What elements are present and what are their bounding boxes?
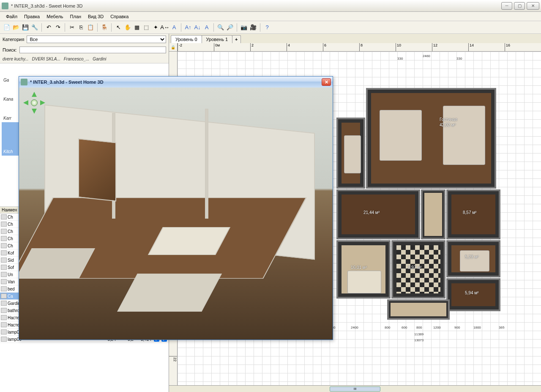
paste-icon[interactable]: 📋: [86, 23, 95, 32]
toolbar-separator: [213, 23, 214, 32]
toolbar-separator: [41, 23, 42, 32]
furniture-thumb-icon: [1, 250, 7, 255]
copy-icon[interactable]: ⎘: [77, 23, 85, 32]
maximize-button[interactable]: ▢: [514, 2, 525, 10]
dimension-label: 1200: [433, 326, 441, 329]
zoom-out-icon[interactable]: 🔎: [226, 23, 234, 32]
level-tab-add[interactable]: +: [232, 35, 240, 43]
ruler-tick: 14: [468, 43, 474, 51]
text-tool-icon[interactable]: A: [170, 23, 178, 32]
nav-down-icon[interactable]: [32, 109, 37, 114]
menu-file[interactable]: Файл: [3, 13, 21, 20]
furniture-bed[interactable]: [460, 250, 489, 271]
dimension-label: 13073: [414, 338, 424, 342]
photo-icon[interactable]: 📷: [240, 23, 248, 32]
furniture-sofa-group[interactable]: [443, 106, 485, 165]
furniture-thumb-icon: [1, 329, 7, 334]
new-icon[interactable]: 📄: [3, 23, 11, 32]
horizontal-ruler: 🔒 -20м246810121416: [169, 43, 541, 52]
toolbar-separator: [111, 23, 112, 32]
room-6[interactable]: [393, 242, 444, 297]
menu-help[interactable]: Справка: [107, 13, 132, 20]
search-input[interactable]: [19, 47, 166, 53]
close-button[interactable]: ✕: [527, 2, 539, 10]
scrollbar-thumb[interactable]: III: [330, 387, 380, 392]
open-icon[interactable]: 📂: [12, 23, 20, 32]
furniture-piece[interactable]: [344, 135, 361, 173]
furniture-table[interactable]: [380, 110, 422, 161]
dimension-label: 600: [402, 326, 407, 329]
view3d-window[interactable]: * INTER_3.sh3d - Sweet Home 3D ✕: [19, 76, 333, 340]
furniture-thumb-icon: [1, 258, 7, 263]
select-tool-icon[interactable]: ↖: [114, 23, 123, 32]
category-select[interactable]: Все: [27, 36, 166, 43]
ruler-tick: 4: [287, 43, 290, 51]
toolbar-separator: [260, 23, 260, 32]
add-furniture-icon[interactable]: 🪑: [100, 23, 109, 32]
menu-edit[interactable]: Правка: [21, 13, 43, 20]
room-7[interactable]: [448, 280, 499, 310]
dimension-label: 11389: [414, 332, 424, 336]
text-inc-icon[interactable]: A↑: [184, 23, 192, 32]
app-icon: [2, 3, 8, 9]
furniture-category-tabs: dvere kuchy... DVERI SKLA... Francesco_.…: [0, 55, 169, 63]
video-icon[interactable]: 🎥: [249, 23, 257, 32]
category-row: Категория Все: [0, 34, 169, 45]
furniture-tab[interactable]: dvere kuchy...: [3, 57, 29, 61]
text-dec-icon[interactable]: A↓: [193, 23, 202, 32]
undo-icon[interactable]: ↶: [44, 23, 53, 32]
ruler-tick: 8: [359, 43, 363, 51]
polyline-tool-icon[interactable]: ✦: [151, 23, 160, 32]
room-corridor[interactable]: [423, 191, 444, 238]
nav-up-icon[interactable]: [32, 92, 37, 97]
level-tab-1[interactable]: Уровень 1: [202, 35, 233, 43]
menu-furniture[interactable]: Мебель: [43, 13, 66, 20]
furniture-thumb-icon: [1, 315, 7, 320]
lock-icon[interactable]: 🔒: [169, 43, 178, 51]
horizontal-scrollbar[interactable]: III: [169, 385, 541, 392]
help-icon[interactable]: ?: [263, 23, 271, 32]
navigation-widget[interactable]: [22, 91, 46, 115]
pan-tool-icon[interactable]: ✋: [123, 23, 132, 32]
app-icon: [21, 79, 27, 85]
level-tab-0[interactable]: Уровень 0: [171, 35, 202, 43]
toolbar-separator: [181, 23, 181, 32]
wall-tool-icon[interactable]: ▦: [133, 23, 141, 32]
furniture-thumb-icon: [1, 229, 7, 234]
room-side[interactable]: [338, 119, 363, 187]
room-living[interactable]: [368, 90, 495, 187]
furniture-tab[interactable]: Francesco_...: [64, 57, 90, 61]
toolbar-separator: [237, 23, 237, 32]
minimize-button[interactable]: ─: [501, 2, 512, 10]
dimension-tool-icon[interactable]: A↔: [161, 23, 169, 32]
furniture-thumb-icon: [1, 286, 7, 291]
room-tool-icon[interactable]: ⬚: [142, 23, 150, 32]
cut-icon[interactable]: ✂: [68, 23, 76, 32]
furniture-tab[interactable]: Gardini: [93, 57, 106, 61]
furniture-thumb-icon: [1, 265, 7, 270]
furniture-tab[interactable]: DVERI SKLA...: [32, 57, 60, 61]
text-style-icon[interactable]: A: [202, 23, 211, 32]
redo-icon[interactable]: ↷: [54, 23, 62, 32]
room-2[interactable]: [338, 191, 418, 238]
nav-center-icon[interactable]: [31, 99, 38, 106]
room-3[interactable]: [448, 191, 499, 238]
ruler-tick: 0м: [214, 43, 220, 51]
zoom-in-icon[interactable]: 🔍: [216, 23, 225, 32]
dimension-label: 800: [416, 326, 422, 329]
menu-3d[interactable]: Вид 3D: [85, 13, 107, 20]
furniture-thumb-icon: [1, 243, 7, 248]
view3d-close-button[interactable]: ✕: [322, 78, 331, 86]
room-hall[interactable]: [389, 301, 448, 318]
view3d-titlebar[interactable]: * INTER_3.sh3d - Sweet Home 3D ✕: [19, 77, 333, 88]
furniture-thumb-icon: [1, 322, 7, 327]
view3d-canvas[interactable]: [19, 88, 333, 340]
menu-plan[interactable]: План: [67, 13, 85, 20]
ruler-tick: 10: [396, 43, 401, 51]
save-icon[interactable]: 💾: [21, 23, 30, 32]
nav-left-icon[interactable]: [23, 100, 28, 105]
room-4[interactable]: [448, 242, 499, 276]
room-5[interactable]: [338, 242, 389, 297]
furniture-bed[interactable]: [347, 271, 381, 293]
prefs-icon[interactable]: 🔧: [30, 23, 39, 32]
